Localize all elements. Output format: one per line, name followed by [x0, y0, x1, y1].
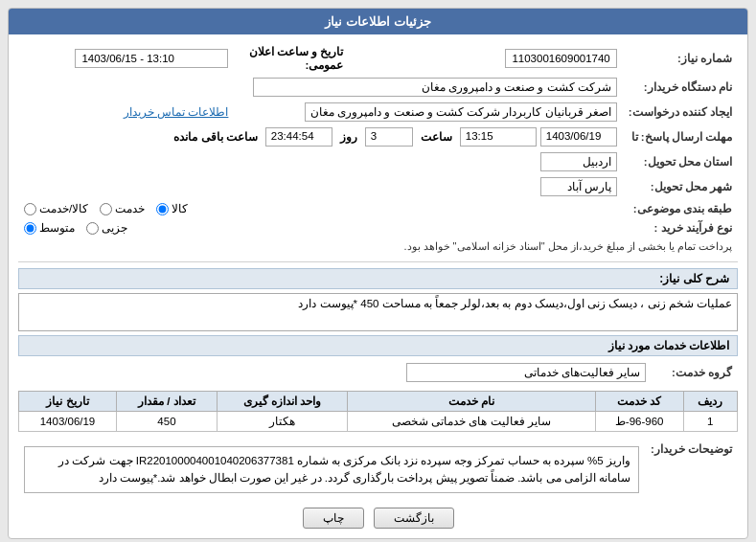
radio-kala[interactable] — [156, 203, 169, 215]
print-button[interactable]: چاپ — [303, 508, 364, 529]
btn-row: بازگشت چاپ — [18, 508, 738, 529]
radio-motavasset-item: متوسط — [24, 221, 75, 235]
info-table-top: شماره نیاز: 1103001609001740 تاریخ و ساع… — [18, 42, 738, 256]
cell-2: سایر فعالیت های خدماتی شخصی — [348, 412, 595, 432]
shomara-niaz-label: شماره نیاز: — [623, 42, 738, 75]
notice-section: توضیحات خریدار: واریز 5% سپرده به حساب ت… — [18, 438, 738, 502]
name-dastgah-value: شرکت کشت و صنعت و دامپروری مغان — [253, 78, 617, 97]
col-tarikh: تاریخ نیاز — [19, 392, 117, 412]
nove-farayand-label: نوع فرآیند خرید : — [623, 218, 738, 237]
gorohe-khedmat-value: سایر فعالیت‌های خدماتی — [406, 363, 646, 382]
radio-motavasset[interactable] — [24, 222, 36, 235]
radio-jozii-label: جزیی — [102, 221, 127, 235]
name-dastgah-label: نام دستگاه خریدار: — [623, 75, 738, 100]
ettela-tamas-link[interactable]: اطلاعات تماس خریدار — [124, 106, 228, 118]
radio-kala-khedmat-label: کالا/خدمت — [39, 202, 88, 215]
radio-motavasset-label: متوسط — [39, 221, 75, 235]
sharh-koli-section: شرح کلی نیاز: عملیات شخم زنی ، دیسک زنی … — [18, 268, 738, 331]
shomara-niaz-value: 1103001609001740 — [505, 49, 616, 68]
cell-0: 1 — [683, 412, 737, 432]
table-row: 196-960-طسایر فعالیت های خدماتی شخصیهکتا… — [19, 412, 738, 432]
radio-kala-label: کالا — [172, 202, 188, 215]
cell-4: 450 — [116, 412, 217, 432]
shahr-label: شهر محل تحویل: — [623, 174, 738, 199]
divider-1 — [18, 261, 738, 262]
remaining-label: ساعت باقی مانده — [173, 130, 257, 144]
back-button[interactable]: بازگشت — [374, 508, 454, 529]
radio-kala-khedmat[interactable] — [24, 203, 36, 215]
sharh-koli-value: عملیات شخم زنی ، دیسک زنی اول،دیسک دوم ب… — [18, 293, 738, 331]
card-header: جزئیات اطلاعات نیاز — [9, 9, 747, 34]
col-name: نام خدمت — [348, 392, 595, 412]
date-value: 1403/06/19 — [540, 127, 617, 147]
saat-value: 13:15 — [460, 127, 537, 147]
header-title: جزئیات اطلاعات نیاز — [325, 14, 430, 29]
ostan-label: استان محل تحویل: — [623, 149, 738, 174]
col-radif: ردیف — [683, 392, 737, 412]
saat-label: ساعت — [421, 130, 452, 144]
tabaqe-label: طبقه بندی موضوعی: — [623, 199, 738, 218]
radio-kala-item: کالا — [156, 202, 188, 215]
cell-3: هکتار — [217, 412, 347, 432]
tarikh-saat-value: 1403/06/15 - 13:10 — [75, 49, 228, 68]
radio-khedmat-label: خدمت — [115, 202, 145, 215]
main-card: جزئیات اطلاعات نیاز شماره نیاز: 11030016… — [8, 8, 748, 539]
cell-1: 96-960-ط — [595, 412, 683, 432]
ettela-khedmat-label: اطلاعات خدمات مورد نیاز — [18, 335, 738, 356]
shahr-value: پارس آباد — [540, 177, 617, 196]
gorohe-khedmat-table: گروه خدمت: سایر فعالیت‌های خدماتی — [18, 360, 738, 385]
radio-kala-khedmat-item: کالا/خدمت — [24, 202, 88, 215]
cell-5: 1403/06/19 — [19, 412, 117, 432]
radio-jozii[interactable] — [86, 222, 99, 235]
notice-label: توضیحات خریدار: — [645, 438, 738, 502]
sharh-koli-label: شرح کلی نیاز: — [18, 268, 738, 289]
payment-note: پرداخت تمام یا بخشی از مبلغ خرید،از محل … — [403, 240, 732, 252]
col-kod: کد خدمت — [595, 392, 683, 412]
radio-khedmat-item: خدمت — [100, 202, 145, 215]
nove-farayand-radio-group: متوسط جزیی — [24, 221, 617, 235]
gorohe-khedmat-label: گروه خدمت: — [652, 360, 738, 385]
notice-text: واریز 5% سپرده به حساب تمرکز وجه سپرده ن… — [24, 446, 639, 493]
col-vahed: واحد اندازه گیری — [217, 392, 347, 412]
tarikh-saat-label: تاریخ و ساعت اعلان عمومی: — [234, 42, 349, 75]
roz-label: روز — [340, 130, 357, 144]
radio-jozii-item: جزیی — [86, 221, 127, 235]
mohlat-ersal-label: مهلت ارسال پاسخ: تا — [623, 124, 738, 149]
roz-value: 3 — [365, 127, 413, 147]
card-body: شماره نیاز: 1103001609001740 تاریخ و ساع… — [9, 34, 747, 538]
ostan-value: اردبیل — [540, 152, 617, 171]
ettela-khedmat-section: اطلاعات خدمات مورد نیاز — [18, 335, 738, 356]
ijad-konande-value: اصغر قربانیان کاربردار شرکت کشت و صنعت و… — [305, 102, 617, 122]
col-tedad: تعداد / مقدار — [116, 392, 217, 412]
page-container: جزئیات اطلاعات نیاز شماره نیاز: 11030016… — [0, 0, 756, 542]
ijad-konande-label: ایجاد کننده درخواست: — [623, 100, 738, 124]
remaining-value: 23:44:54 — [265, 127, 332, 147]
radio-khedmat[interactable] — [100, 203, 112, 215]
services-table: ردیف کد خدمت نام خدمت واحد اندازه گیری ت… — [18, 391, 738, 432]
tabaqe-radio-group: کالا/خدمت خدمت کالا — [24, 202, 617, 215]
